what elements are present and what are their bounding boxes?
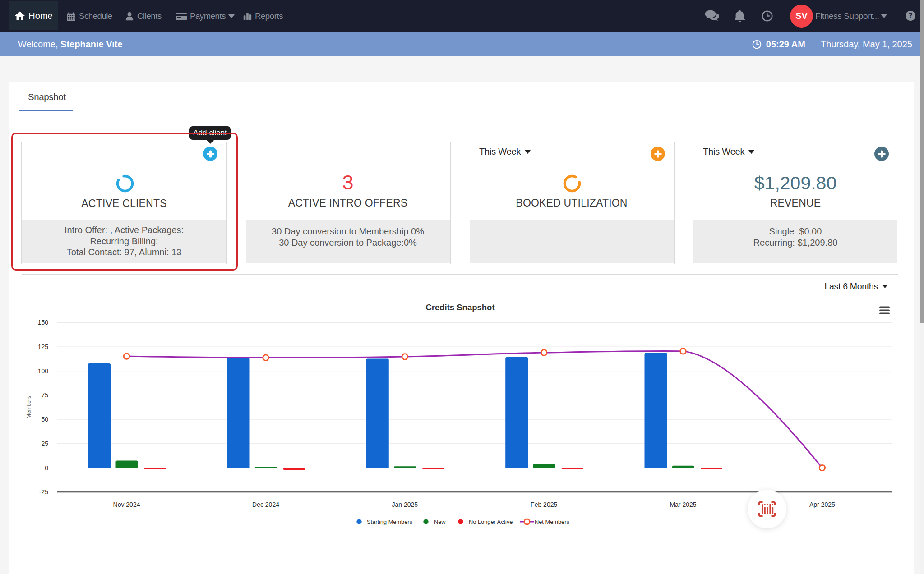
svg-text:Net Members: Net Members (535, 519, 569, 525)
svg-text:Apr 2025: Apr 2025 (809, 501, 835, 508)
svg-text:Nov 2024: Nov 2024 (113, 501, 140, 508)
svg-text:25: 25 (41, 440, 48, 447)
svg-text:No Longer Active: No Longer Active (469, 519, 513, 525)
svg-text:Mar 2025: Mar 2025 (670, 501, 696, 508)
svg-text:Jan 2025: Jan 2025 (392, 501, 418, 508)
svg-text:Members: Members (26, 396, 32, 418)
svg-text:Starting Members: Starting Members (367, 519, 412, 525)
svg-text:Credits Snapshot: Credits Snapshot (425, 303, 494, 312)
svg-text:100: 100 (38, 367, 49, 375)
svg-text:0: 0 (45, 464, 48, 472)
svg-text:Feb 2025: Feb 2025 (531, 501, 557, 508)
svg-text:Dec 2024: Dec 2024 (252, 501, 279, 508)
svg-text:50: 50 (41, 416, 48, 423)
svg-text:125: 125 (38, 343, 49, 350)
svg-text:New: New (434, 519, 446, 525)
svg-text:75: 75 (41, 391, 48, 399)
svg-text:-25: -25 (39, 488, 48, 496)
svg-text:150: 150 (38, 319, 49, 326)
